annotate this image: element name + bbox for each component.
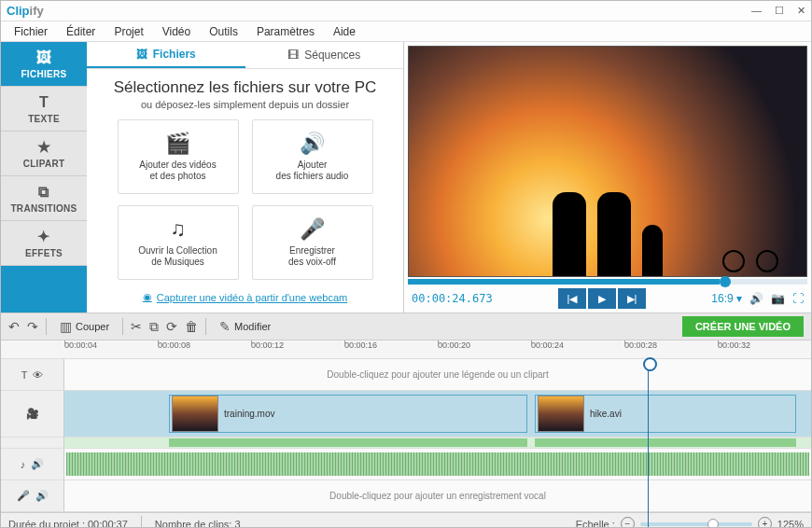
webcam-icon: ◉ xyxy=(143,291,152,303)
sidebar: 🖼FICHIERS TTEXTE ★CLIPART ⧉TRANSITIONS ✦… xyxy=(1,42,87,313)
clip-thumbnail xyxy=(538,396,584,432)
timeline-ruler[interactable]: 00:00:04 00:00:08 00:00:12 00:00:16 00:0… xyxy=(1,340,811,359)
minimize-icon[interactable]: — xyxy=(751,5,762,17)
text-icon: T xyxy=(39,94,49,111)
fullscreen-icon[interactable]: ⛶ xyxy=(792,292,804,305)
scissors-icon[interactable]: ✂ xyxy=(131,319,142,334)
voice-track[interactable]: 🎤🔊 Double-cliquez pour ajouter un enregi… xyxy=(1,480,811,512)
ruler-mark: 00:00:04 xyxy=(64,340,158,358)
microphone-icon: 🎤 xyxy=(17,490,30,502)
ruler-mark: 00:00:28 xyxy=(624,340,718,358)
camera-icon: 🎥 xyxy=(26,408,39,420)
music-icon: ♫ xyxy=(170,217,186,242)
sidebar-item-clipart[interactable]: ★CLIPART xyxy=(1,132,87,176)
scale-label: Echelle : xyxy=(576,519,615,529)
menu-edit[interactable]: Éditer xyxy=(59,23,103,40)
aspect-ratio-selector[interactable]: 16:9 ▾ xyxy=(711,292,742,305)
zoom-value: 125% xyxy=(777,519,804,529)
close-icon[interactable]: ✕ xyxy=(797,5,805,17)
ruler-mark: 00:00:32 xyxy=(718,340,811,358)
app-logo: Clipify xyxy=(7,4,44,18)
redo-icon[interactable]: ↷ xyxy=(27,319,38,334)
add-audio-button[interactable]: 🔊Ajouter des fichiers audio xyxy=(252,119,373,194)
film-icon: 🎞 xyxy=(287,49,299,62)
snapshot-icon[interactable]: 📷 xyxy=(771,292,785,305)
next-button[interactable]: ▶| xyxy=(618,288,646,309)
play-button[interactable]: ▶ xyxy=(588,288,616,309)
wand-icon: ✦ xyxy=(37,228,49,245)
preview-pane: 00:00:24.673 |◀ ▶ ▶| 16:9 ▾ 🔊 📷 ⛶ xyxy=(404,42,811,313)
zoom-out-button[interactable]: − xyxy=(621,517,635,528)
rotate-icon[interactable]: ⟳ xyxy=(166,319,177,334)
modify-button[interactable]: ✎Modifier xyxy=(214,316,276,337)
star-icon: ★ xyxy=(37,138,50,156)
clip-label: training.mov xyxy=(224,409,274,419)
preview-timecode: 00:00:24.673 xyxy=(412,292,493,305)
clapper-icon: 🎬 xyxy=(165,132,190,156)
video-track[interactable]: 🎥 training.mov hike.avi xyxy=(1,391,811,438)
speaker-icon: 🔊 xyxy=(300,132,325,156)
record-voiceover-button[interactable]: 🎤Enregistrer des voix-off xyxy=(252,205,373,280)
webcam-capture-link[interactable]: ◉Capturer une vidéo à partir d'une webca… xyxy=(143,291,348,303)
ruler-mark: 00:00:20 xyxy=(438,340,531,358)
caption-hint: Double-cliquez pour ajouter une légende … xyxy=(64,369,811,380)
zoom-in-button[interactable]: + xyxy=(758,517,772,528)
caption-track[interactable]: T👁 Double-cliquez pour ajouter une légen… xyxy=(1,359,811,391)
clip-thumbnail xyxy=(172,396,218,432)
zoom-slider[interactable] xyxy=(640,522,752,526)
video-clip[interactable]: hike.avi xyxy=(535,395,796,433)
timeline-toolbar: ↶ ↷ ▥Couper ✂ ⧉ ⟳ 🗑 ✎Modifier CRÉER UNE … xyxy=(1,313,811,340)
clip-label: hike.avi xyxy=(590,409,622,419)
sidebar-item-files[interactable]: 🖼FICHIERS xyxy=(1,42,87,87)
image-icon: 🖼 xyxy=(36,49,51,66)
tab-files[interactable]: 🖼Fichiers xyxy=(87,42,245,68)
add-video-photo-button[interactable]: 🎬Ajouter des vidéos et des photos xyxy=(118,119,239,194)
title-bar: Clipify — ☐ ✕ xyxy=(1,1,811,21)
undo-icon[interactable]: ↶ xyxy=(8,319,20,334)
volume-icon[interactable]: 🔊 xyxy=(749,292,763,305)
video-audio-track[interactable] xyxy=(1,438,811,449)
sidebar-item-effects[interactable]: ✦EFFETS xyxy=(1,221,87,266)
menu-help[interactable]: Aide xyxy=(326,23,363,40)
menu-project[interactable]: Projet xyxy=(106,23,150,40)
sidebar-item-text[interactable]: TTEXTE xyxy=(1,87,87,132)
ruler-mark: 00:00:08 xyxy=(158,340,251,358)
audio-waveform[interactable] xyxy=(66,452,809,476)
timeline-tracks: T👁 Double-cliquez pour ajouter une légen… xyxy=(1,359,811,512)
status-bar: Durée du projet : 00:00:37 Nombre de cli… xyxy=(1,512,811,528)
cut-button[interactable]: ▥Couper xyxy=(54,316,115,337)
tab-sequences[interactable]: 🎞Séquences xyxy=(245,42,404,68)
trash-icon[interactable]: 🗑 xyxy=(185,319,198,334)
sidebar-item-transitions[interactable]: ⧉TRANSITIONS xyxy=(1,176,87,221)
ruler-mark: 00:00:16 xyxy=(344,340,438,358)
clip-count-label: Nombre de clips: 3 xyxy=(155,519,241,529)
crop-icon[interactable]: ⧉ xyxy=(149,319,159,335)
create-video-button[interactable]: CRÉER UNE VIDÉO xyxy=(682,316,804,337)
playhead[interactable] xyxy=(648,359,649,528)
music-icon: ♪ xyxy=(21,459,26,470)
preview-video[interactable] xyxy=(408,46,807,277)
edit-icon: ✎ xyxy=(219,319,231,334)
ruler-mark: 00:00:12 xyxy=(251,340,344,358)
speaker-icon[interactable]: 🔊 xyxy=(35,490,49,502)
panel-title: Sélectionnez les fichiers sur votre PC xyxy=(100,78,390,97)
voice-hint: Double-cliquez pour ajouter un enregistr… xyxy=(64,491,811,501)
eye-icon[interactable]: 👁 xyxy=(33,369,43,381)
split-icon: ▥ xyxy=(60,319,72,334)
menu-tools[interactable]: Outils xyxy=(202,23,245,40)
image-icon: 🖼 xyxy=(136,48,147,61)
files-panel: 🖼Fichiers 🎞Séquences Sélectionnez les fi… xyxy=(87,42,404,313)
open-music-collection-button[interactable]: ♫Ouvrir la Collection de Musiques xyxy=(118,205,239,280)
microphone-icon: 🎤 xyxy=(300,217,325,242)
video-clip[interactable]: training.mov xyxy=(169,395,527,433)
audio-track[interactable]: ♪🔊 xyxy=(1,449,811,480)
menu-file[interactable]: Fichier xyxy=(7,23,55,40)
maximize-icon[interactable]: ☐ xyxy=(775,5,784,17)
menu-settings[interactable]: Paramètres xyxy=(249,23,322,40)
menu-video[interactable]: Vidéo xyxy=(155,23,198,40)
speaker-icon[interactable]: 🔊 xyxy=(31,458,44,470)
prev-button[interactable]: |◀ xyxy=(558,288,586,309)
project-duration-label: Durée du projet : 00:00:37 xyxy=(8,519,128,529)
preview-seek-bar[interactable] xyxy=(408,279,807,285)
layers-icon: ⧉ xyxy=(38,184,49,201)
